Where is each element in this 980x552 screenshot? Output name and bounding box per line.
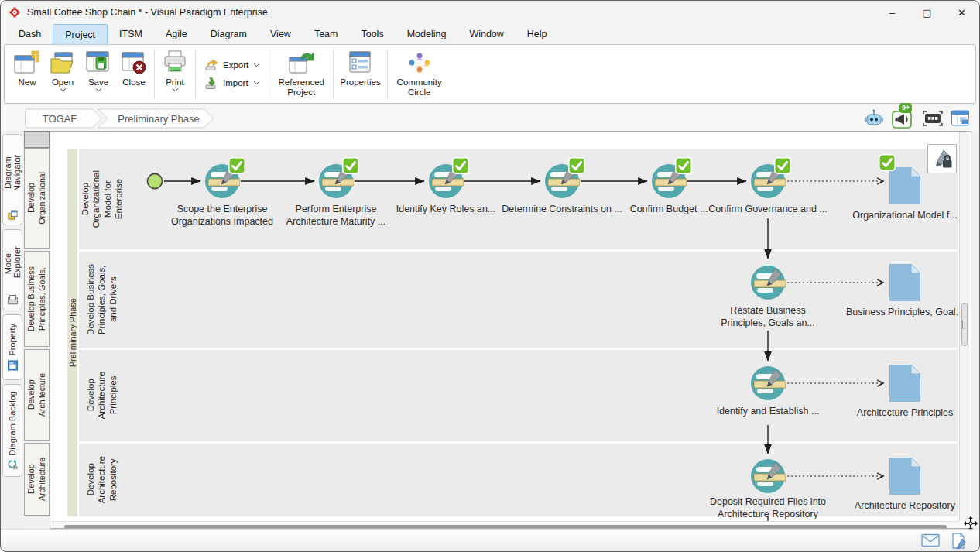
document-icon xyxy=(889,167,920,204)
document-icon xyxy=(889,264,920,301)
vertical-scrollbar-thumb[interactable] xyxy=(961,303,968,346)
checked-badge xyxy=(879,154,896,171)
frozen-header-lane-4[interactable]: Develop Architecture xyxy=(24,443,50,516)
document-architecture-principles[interactable] xyxy=(889,365,920,402)
window-title: Small Coffee Shop Chain * - Visual Parad… xyxy=(27,7,268,18)
document-architecture-repository[interactable] xyxy=(889,458,920,495)
ai-assistant-robot-icon[interactable] xyxy=(863,108,885,129)
task-restate-business-principles[interactable] xyxy=(750,265,786,300)
menu-agile[interactable]: Agile xyxy=(154,24,199,44)
save-project-icon xyxy=(85,50,111,75)
frozen-lane-headers: Develop Organizational Develop Business … xyxy=(24,131,50,529)
edit-document-icon[interactable] xyxy=(952,533,967,549)
document-business-principles[interactable] xyxy=(889,264,920,301)
menu-tools[interactable]: Tools xyxy=(349,24,395,44)
frozen-header-label: Develop Architecture xyxy=(26,373,47,417)
titlebar: Small Coffee Shop Chain * - Visual Parad… xyxy=(1,1,979,24)
close-button[interactable]: ✕ xyxy=(944,1,979,24)
layout-window-icon[interactable] xyxy=(951,109,971,128)
minimize-button[interactable]: – xyxy=(875,1,910,24)
menu-view[interactable]: View xyxy=(259,24,303,44)
import-dropdown-icon[interactable] xyxy=(253,81,260,85)
menu-team[interactable]: Team xyxy=(303,24,350,44)
lane-develop-business-principles[interactable]: Develop Business Principles, Goals, and … xyxy=(79,252,958,348)
open-dropdown-icon[interactable] xyxy=(60,87,67,92)
toolbar-separator xyxy=(195,49,196,99)
task-label: Deposit Required Files into Architecture… xyxy=(690,495,845,521)
breadcrumb-togaf-label[interactable]: TOGAF xyxy=(43,113,77,125)
vertical-scrollbar[interactable] xyxy=(959,132,969,521)
print-dropdown-icon[interactable] xyxy=(172,87,179,92)
start-event[interactable] xyxy=(146,173,163,190)
referenced-project-icon xyxy=(288,50,314,75)
menu-bar: Dash Project ITSM Agile Diagram View Tea… xyxy=(1,24,979,44)
pencil-lock-icon xyxy=(932,149,953,170)
community-circle-label: Community Circle xyxy=(394,77,445,98)
save-dropdown-icon[interactable] xyxy=(95,87,102,92)
pool-header-preliminary-phase[interactable]: Preliminary Phase xyxy=(67,149,77,516)
save-button[interactable]: Save xyxy=(81,46,116,101)
import-button[interactable]: Import xyxy=(204,77,260,89)
tab-label: Model Explorer xyxy=(3,235,22,290)
diagram-backlog-icon xyxy=(7,459,19,470)
main-area: Diagram Navigator Model Explorer Propert… xyxy=(1,131,979,529)
export-button[interactable]: Export xyxy=(204,59,260,71)
menu-diagram[interactable]: Diagram xyxy=(199,24,259,44)
left-tab-strip: Diagram Navigator Model Explorer Propert… xyxy=(1,131,23,529)
sidebar-tab-property[interactable]: Property xyxy=(2,314,22,380)
referenced-project-button[interactable]: Referenced Project xyxy=(272,46,331,101)
lane-header[interactable]: Develop Architecture Repository xyxy=(79,444,125,516)
toolbar-separator xyxy=(269,49,269,99)
task-identify-and-establish[interactable] xyxy=(750,365,786,401)
app-window: Small Coffee Shop Chain * - Visual Parad… xyxy=(0,0,980,552)
breadcrumb-phase-label[interactable]: Preliminary Phase xyxy=(118,113,200,125)
lane-header[interactable]: Develop Organizational Model for Enterpr… xyxy=(79,149,125,249)
close-project-button[interactable]: Close xyxy=(116,46,152,101)
export-dropdown-icon[interactable] xyxy=(253,63,260,67)
print-button[interactable]: Print xyxy=(157,46,193,101)
task-deposit-required-files[interactable] xyxy=(750,458,786,494)
menu-itsm[interactable]: ITSM xyxy=(108,24,154,44)
diagram-canvas[interactable]: Preliminary Phase Develop Organizational… xyxy=(50,131,971,529)
menu-project[interactable]: Project xyxy=(53,24,108,44)
frozen-header-lane-3[interactable]: Develop Architecture xyxy=(24,349,50,441)
properties-button[interactable]: Properties xyxy=(336,46,384,101)
horizontal-scrollbar[interactable] xyxy=(50,521,959,529)
frozen-header-label: Develop Business Principles, Goals, xyxy=(26,266,47,331)
frozen-header-lane-2[interactable]: Develop Business Principles, Goals, xyxy=(24,251,50,347)
properties-label: Properties xyxy=(340,77,380,87)
community-circle-button[interactable]: Community Circle xyxy=(390,46,449,101)
sidebar-tab-diagram-backlog[interactable]: Diagram Backlog xyxy=(2,384,22,477)
menu-help[interactable]: Help xyxy=(516,24,559,44)
print-label: Print xyxy=(166,77,184,87)
document-label: Business Principles, Goal... xyxy=(828,306,971,318)
lane-header[interactable]: Develop Business Principles, Goals, and … xyxy=(79,252,125,348)
sidebar-tab-diagram-navigator[interactable]: Diagram Navigator xyxy=(2,134,22,225)
import-label: Import xyxy=(223,78,248,87)
message-envelope-icon[interactable] xyxy=(921,533,940,547)
open-button[interactable]: Open xyxy=(45,46,81,101)
edit-lock-button[interactable] xyxy=(927,144,957,173)
document-label: Organizational Model f... xyxy=(828,209,971,221)
lane-develop-architecture-principles[interactable]: Develop Architecture Principles xyxy=(79,350,958,441)
new-button[interactable]: New xyxy=(9,46,45,101)
frozen-pool-corner[interactable] xyxy=(24,131,50,148)
close-label: Close xyxy=(122,77,145,87)
maximize-button[interactable]: ▢ xyxy=(910,1,944,24)
lane-header[interactable]: Develop Architecture Principles xyxy=(79,350,125,441)
menu-window[interactable]: Window xyxy=(457,24,515,44)
task-icon xyxy=(750,365,786,401)
menu-dash[interactable]: Dash xyxy=(7,24,53,44)
checked-badge xyxy=(228,157,245,174)
document-organizational-model[interactable] xyxy=(889,167,920,204)
sidebar-tab-model-explorer[interactable]: Model Explorer xyxy=(2,229,22,310)
document-label: Architecture Repository xyxy=(828,499,971,512)
fit-to-window-icon[interactable] xyxy=(922,109,944,128)
checked-badge xyxy=(675,157,692,174)
lane-label: Develop Business Principles, Goals, and … xyxy=(85,264,118,335)
task-icon xyxy=(750,458,786,494)
breadcrumb: TOGAF Preliminary Phase xyxy=(24,108,225,129)
toolbar-separator xyxy=(154,49,155,99)
menu-modeling[interactable]: Modeling xyxy=(396,24,458,44)
frozen-header-lane-1[interactable]: Develop Organizational xyxy=(24,148,50,249)
